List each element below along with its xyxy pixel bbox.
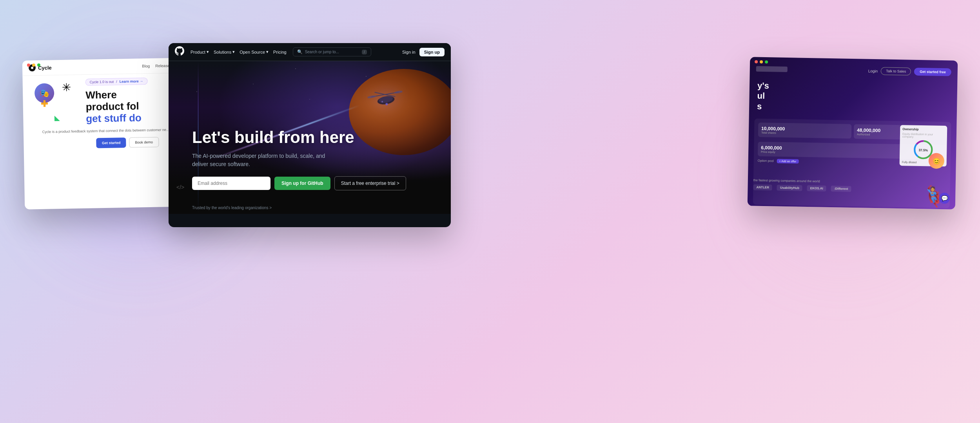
cycle-plus-icon: ✚	[40, 99, 47, 109]
chrome-dot-green	[37, 63, 40, 67]
github-enterprise-button[interactable]: Start a free enterprise trial >	[334, 176, 406, 190]
github-nav-solutions[interactable]: Solutions ▾	[214, 49, 235, 54]
logo-ekos: EKOS.AI	[807, 185, 826, 192]
github-search-key: /	[362, 50, 367, 54]
right-login-button[interactable]: Login	[868, 69, 878, 73]
github-nav-product[interactable]: Product ▾	[191, 49, 209, 54]
dashboard-stat-1: 10,000,000 Total shares	[758, 123, 852, 139]
chrome-dot-yellow-r	[760, 60, 763, 63]
github-solutions-label: Solutions	[214, 50, 231, 54]
chrome-dot-yellow	[32, 63, 35, 67]
github-logo	[175, 46, 184, 58]
right-nav-actions: Login Talk to Sales Get started free	[868, 67, 951, 76]
right-headline: y's ul s	[757, 81, 949, 115]
svg-point-5	[394, 90, 403, 94]
github-code-icon: </>	[176, 184, 184, 190]
right-dashboard: Ownership Equity distribution in your co…	[753, 119, 951, 208]
right-nav: Login Talk to Sales Get started free	[750, 57, 958, 80]
logo-different: :Different	[831, 186, 851, 192]
github-hero-content: Let's build from here The AI-powered dev…	[192, 128, 406, 190]
cycle-badge-text: Cycle 1.0 is out	[90, 80, 114, 84]
cycle-headline-line2: product fol	[86, 100, 148, 113]
ownership-subtitle: Equity distribution in your company	[902, 132, 945, 139]
logo-antler: ANTLER	[753, 184, 772, 191]
github-search-placeholder: Search or jump to...	[305, 50, 339, 54]
cycle-headline-line1: Where	[85, 89, 148, 101]
github-headline: Let's build from here	[192, 128, 406, 146]
github-nav-links: Product ▾ Solutions ▾ Open Source ▾ Pric…	[191, 49, 287, 54]
github-screen: Product ▾ Solutions ▾ Open Source ▾ Pric…	[169, 43, 451, 227]
logo-usabilityhub: UsabilityHub	[777, 185, 802, 191]
option-pool-label: Option pool	[758, 159, 774, 163]
cycle-book-demo-button[interactable]: Book demo	[129, 137, 159, 147]
github-search-box[interactable]: 🔍 Search or jump to... /	[293, 47, 371, 56]
cycle-badge-link[interactable]: Learn more →	[120, 79, 143, 83]
github-product-chevron: ▾	[207, 49, 209, 54]
github-pricing-label: Pricing	[273, 50, 287, 54]
github-cta-row: Sign up for GitHub Start a free enterpri…	[192, 176, 406, 190]
cycle-get-started-button[interactable]: Get started	[96, 137, 126, 148]
github-nav-actions: Sign in Sign up	[402, 48, 445, 56]
right-talk-button[interactable]: Talk to Sales	[881, 67, 911, 75]
github-nav-pricing[interactable]: Pricing	[273, 50, 287, 54]
right-get-started-button[interactable]: Get started free	[914, 68, 951, 76]
window-chrome-right	[755, 60, 768, 64]
cycle-slack-icon: ✳	[62, 81, 71, 94]
github-open-source-chevron: ▾	[266, 49, 269, 54]
chrome-dot-red	[27, 63, 30, 67]
github-nav-open-source[interactable]: Open Source ▾	[240, 49, 269, 54]
ownership-title: Ownership	[902, 127, 945, 132]
cycle-hero: Cycle 1.0 is out / Learn more → Where pr…	[85, 77, 149, 125]
chrome-dot-green-r	[765, 60, 768, 63]
cycle-badge-separator: /	[116, 80, 117, 83]
cycle-headline-line3: get stuff do	[86, 112, 148, 125]
github-hero: Let's build from here The AI-powered dev…	[169, 61, 451, 214]
svg-text:37.5%: 37.5%	[918, 148, 928, 152]
github-search-icon: 🔍	[297, 49, 303, 54]
github-signup-button[interactable]: Sign up	[419, 48, 445, 56]
cycle-leaf-icon: ◣	[54, 114, 60, 122]
github-trusted-text[interactable]: Trusted by the world's leading organizat…	[192, 206, 272, 210]
right-logo	[756, 66, 788, 72]
cycle-badge[interactable]: Cycle 1.0 is out / Learn more →	[85, 78, 148, 86]
screens-container: Cycle Blog Release notes Integrations Pr…	[0, 0, 980, 423]
github-solutions-chevron: ▾	[232, 49, 235, 54]
chrome-dot-red-r	[755, 60, 758, 63]
right-avatar: 😊	[928, 153, 944, 169]
window-chrome-left	[27, 63, 40, 67]
cycle-headline: Where product fol get stuff do	[85, 89, 148, 125]
github-signin-button[interactable]: Sign in	[402, 50, 416, 54]
github-subheadline: The AI-powered developer platform to bui…	[192, 152, 341, 168]
github-drone-image	[366, 82, 406, 120]
right-screen: Login Talk to Sales Get started free y's…	[748, 57, 958, 209]
github-email-input[interactable]	[192, 177, 270, 190]
cycle-nav-blog[interactable]: Blog	[142, 63, 150, 68]
add-offer-button[interactable]: + Add an offer	[777, 159, 799, 164]
github-product-label: Product	[191, 50, 205, 54]
github-nav: Product ▾ Solutions ▾ Open Source ▾ Pric…	[169, 43, 451, 61]
github-open-source-label: Open Source	[240, 50, 265, 54]
svg-point-4	[367, 95, 376, 99]
github-signup-cta-button[interactable]: Sign up for GitHub	[274, 177, 330, 190]
right-hero: y's ul s	[749, 76, 958, 119]
